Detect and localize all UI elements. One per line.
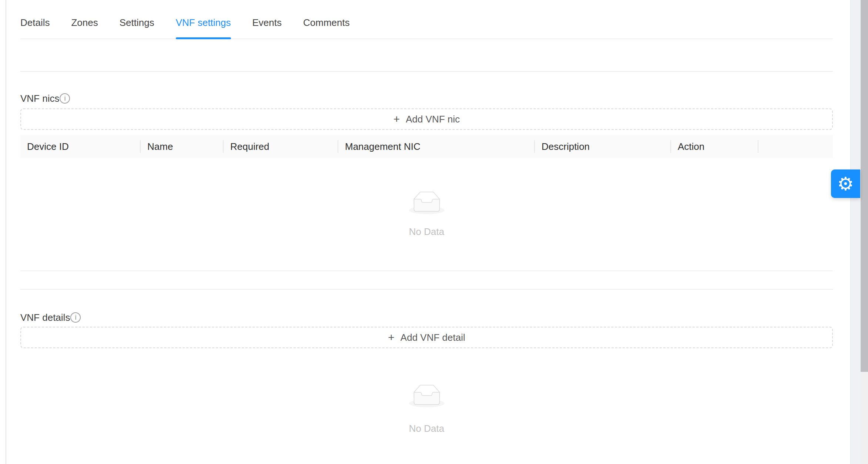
no-data-text: No Data [409,226,444,238]
vnf-nics-label-row: VNF nics i [20,92,833,105]
tab-vnf-settings[interactable]: VNF settings [176,16,231,38]
vnf-nics-section: VNF nics i + Add VNF nic Device ID Name … [20,92,833,271]
vnf-nics-title: VNF nics [20,92,59,105]
vnf-nics-table: Device ID Name Required Management NIC D… [20,135,833,158]
tab-events[interactable]: Events [252,16,282,38]
no-data-text: No Data [409,423,444,434]
tab-settings[interactable]: Settings [120,16,154,38]
add-vnf-detail-label: Add VNF detail [401,332,465,343]
page-content: Details Zones Settings VNF settings Even… [20,0,833,434]
column-header-action: Action [671,135,758,158]
plus-icon: + [393,113,400,125]
plus-icon: + [388,331,395,344]
vnf-details-section: VNF details i + Add VNF detail [20,311,833,434]
column-header-name: Name [141,135,224,158]
tab-bar: Details Zones Settings VNF settings Even… [20,0,833,39]
section-divider [20,71,833,72]
tab-details[interactable]: Details [20,16,50,38]
vnf-details-label-row: VNF details i [20,311,833,324]
column-header-management-nic: Management NIC [338,135,535,158]
vnf-details-title: VNF details [20,311,70,324]
add-vnf-detail-button[interactable]: + Add VNF detail [20,327,833,348]
empty-state: No Data [20,384,833,434]
add-vnf-nic-button[interactable]: + Add VNF nic [20,108,833,130]
tab-zones[interactable]: Zones [71,16,98,38]
section-divider [20,289,833,290]
add-vnf-nic-label: Add VNF nic [406,114,460,125]
info-icon[interactable]: i [60,93,70,104]
column-header-description: Description [535,135,671,158]
empty-box-icon [409,384,445,407]
empty-state: No Data [409,191,445,238]
tab-comments[interactable]: Comments [303,16,350,38]
gear-icon: ⚙ [837,175,854,193]
vnf-settings-page: Details Zones Settings VNF settings Even… [0,0,868,464]
vnf-nics-table-body: No Data [20,158,833,271]
column-header-required: Required [224,135,338,158]
page-background-strip [850,0,861,464]
theme-settings-button[interactable]: ⚙ [831,169,860,198]
table-header-row: Device ID Name Required Management NIC D… [20,135,833,158]
scrollbar-track[interactable] [861,0,868,464]
column-header-blank [758,135,833,158]
empty-box-icon [409,191,445,214]
scrollbar-thumb[interactable] [861,0,868,372]
left-panel-border [6,0,6,464]
info-icon[interactable]: i [70,312,81,323]
column-header-device-id: Device ID [20,135,141,158]
